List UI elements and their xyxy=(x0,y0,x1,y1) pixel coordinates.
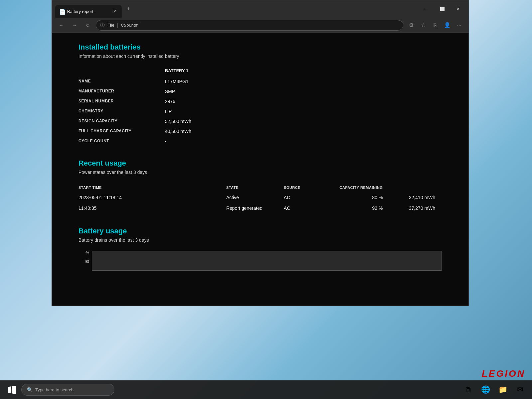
usage-start-time: 11:40:35 xyxy=(78,203,226,213)
battery-row-label: CHEMISTRY xyxy=(78,107,165,116)
navigation-bar: ← → ↻ ⓘ File | C:/br.html ⚙ ☆ ⎘ 👤 ··· xyxy=(52,18,468,33)
battery-usage-section: Battery usage Battery drains over the la… xyxy=(78,227,442,271)
battery-info-row: CHEMISTRY LiP xyxy=(78,107,442,116)
battery-label-header xyxy=(78,67,165,74)
usage-table-header-row: START TIME STATE SOURCE CAPACITY REMAINI… xyxy=(78,183,442,192)
chart-y-axis: % 90 xyxy=(78,251,92,271)
tab-strip: 📄 Battery report ✕ + xyxy=(52,0,416,18)
battery-info-row: NAME L17M3PG1 xyxy=(78,77,442,86)
col-start-time: START TIME xyxy=(78,183,226,192)
battery-row-label: DESIGN CAPACITY xyxy=(78,117,165,126)
minimize-button[interactable]: — xyxy=(419,4,434,14)
usage-start-time: 2023-05-01 11:18:14 xyxy=(78,192,226,203)
profile-icon[interactable]: 👤 xyxy=(442,20,453,31)
taskbar-search[interactable]: 🔍 Type here to search xyxy=(21,384,114,396)
chart-y-90-label: 90 xyxy=(85,259,89,264)
installed-batteries-section: Installed batteries Information about ea… xyxy=(78,43,442,146)
taskbar: 🔍 Type here to search ⧉ 🌐 📁 ✉ xyxy=(0,380,532,399)
address-url: C:/br.html xyxy=(121,23,140,28)
recent-usage-section: Recent usage Power states over the last … xyxy=(78,159,442,213)
favorites-icon[interactable]: ☆ xyxy=(418,20,429,31)
tab-title: Battery report xyxy=(67,9,109,14)
battery-row-value: L17M3PG1 xyxy=(165,77,442,86)
battery-row-value: LiP xyxy=(165,107,442,116)
window-controls: — ⬜ ✕ xyxy=(416,0,468,18)
battery-info-row: DESIGN CAPACITY 52,500 mWh xyxy=(78,117,442,126)
collections-icon[interactable]: ⎘ xyxy=(430,20,441,31)
battery-info-row: CYCLE COUNT - xyxy=(78,137,442,146)
start-button[interactable] xyxy=(4,382,20,398)
legion-brand-text: LEGION xyxy=(482,368,525,379)
close-button[interactable]: ✕ xyxy=(451,4,466,14)
col-source: SOURCE xyxy=(284,183,310,192)
battery-row-value: 2976 xyxy=(165,97,442,106)
search-placeholder-text: Type here to search xyxy=(35,387,73,392)
recent-usage-subtitle: Power states over the last 3 days xyxy=(78,170,442,175)
taskbar-app-icons: ⧉ 🌐 📁 ✉ xyxy=(460,382,528,398)
address-info-icon: ⓘ xyxy=(100,22,105,28)
title-bar: 📄 Battery report ✕ + — ⬜ ✕ xyxy=(52,0,468,18)
taskbar-file-explorer[interactable]: 📁 xyxy=(495,382,511,398)
battery-column-header: BATTERY 1 xyxy=(165,67,442,74)
search-icon: 🔍 xyxy=(27,387,33,392)
taskbar-task-view[interactable]: ⧉ xyxy=(460,382,476,398)
forward-button[interactable]: → xyxy=(69,20,80,31)
usage-capacity-pct: 80 % xyxy=(310,192,389,203)
table-row: 2023-05-01 11:18:14 Active AC 80 % 32,41… xyxy=(78,192,442,203)
edge-icon: 🌐 xyxy=(481,385,490,394)
col-state: STATE xyxy=(226,183,284,192)
tab-close-button[interactable]: ✕ xyxy=(112,8,118,14)
col-capacity-mwh xyxy=(389,183,442,192)
col-capacity-pct: CAPACITY REMAINING xyxy=(310,183,389,192)
battery-row-label: SERIAL NUMBER xyxy=(78,97,165,106)
installed-batteries-title: Installed batteries xyxy=(78,43,442,52)
battery-row-label: NAME xyxy=(78,77,165,86)
refresh-button[interactable]: ↻ xyxy=(82,20,93,31)
battery-info-row: MANUFACTURER SMP xyxy=(78,87,442,96)
more-icon[interactable]: ··· xyxy=(454,20,465,31)
nav-action-buttons: ⚙ ☆ ⎘ 👤 ··· xyxy=(406,20,465,31)
windows-logo-icon xyxy=(8,386,16,394)
battery-row-value: SMP xyxy=(165,87,442,96)
battery-row-value: 40,500 mWh xyxy=(165,127,442,136)
back-button[interactable]: ← xyxy=(56,20,66,31)
battery-row-label: FULL CHARGE CAPACITY xyxy=(78,127,165,136)
installed-batteries-subtitle: Information about each currently install… xyxy=(78,54,442,59)
usage-table-body: 2023-05-01 11:18:14 Active AC 80 % 32,41… xyxy=(78,192,442,213)
recent-usage-title: Recent usage xyxy=(78,159,442,168)
battery-row-label: MANUFACTURER xyxy=(78,87,165,96)
maximize-button[interactable]: ⬜ xyxy=(435,4,450,14)
tab-document-icon: 📄 xyxy=(59,9,65,14)
page-content: Installed batteries Information about ea… xyxy=(52,33,468,306)
usage-capacity-pct: 92 % xyxy=(310,203,389,213)
browser-window: 📄 Battery report ✕ + — ⬜ ✕ ← → ↻ ⓘ File … xyxy=(52,0,469,306)
address-bar[interactable]: ⓘ File | C:/br.html xyxy=(96,20,403,31)
file-explorer-icon: 📁 xyxy=(498,385,507,394)
chart-area: % 90 xyxy=(78,251,442,271)
battery-header-row: BATTERY 1 xyxy=(78,67,442,74)
battery-rows-container: NAME L17M3PG1 MANUFACTURER SMP SERIAL NU… xyxy=(78,77,442,146)
battery-info-table: BATTERY 1 NAME L17M3PG1 MANUFACTURER SMP… xyxy=(78,67,442,146)
task-view-icon: ⧉ xyxy=(466,385,471,394)
settings-icon[interactable]: ⚙ xyxy=(406,20,417,31)
chart-body xyxy=(92,251,442,271)
usage-capacity-mwh: 37,270 mWh xyxy=(389,203,442,213)
recent-usage-table: START TIME STATE SOURCE CAPACITY REMAINI… xyxy=(78,183,442,213)
new-tab-button[interactable]: + xyxy=(123,4,134,14)
battery-row-value: 52,500 mWh xyxy=(165,117,442,126)
usage-capacity-mwh: 32,410 mWh xyxy=(389,192,442,203)
active-tab[interactable]: 📄 Battery report ✕ xyxy=(55,5,122,18)
battery-usage-title: Battery usage xyxy=(78,227,442,235)
battery-usage-subtitle: Battery drains over the last 3 days xyxy=(78,237,442,243)
battery-row-label: CYCLE COUNT xyxy=(78,137,165,146)
usage-source: AC xyxy=(284,203,310,213)
battery-row-value: - xyxy=(165,137,442,146)
taskbar-mail[interactable]: ✉ xyxy=(512,382,528,398)
battery-info-row: FULL CHARGE CAPACITY 40,500 mWh xyxy=(78,127,442,136)
taskbar-edge[interactable]: 🌐 xyxy=(477,382,493,398)
address-file-label: File xyxy=(107,23,114,28)
usage-source: AC xyxy=(284,192,310,203)
usage-state: Active xyxy=(226,192,284,203)
mail-icon: ✉ xyxy=(517,385,523,394)
chart-y-pct-label: % xyxy=(85,251,89,255)
